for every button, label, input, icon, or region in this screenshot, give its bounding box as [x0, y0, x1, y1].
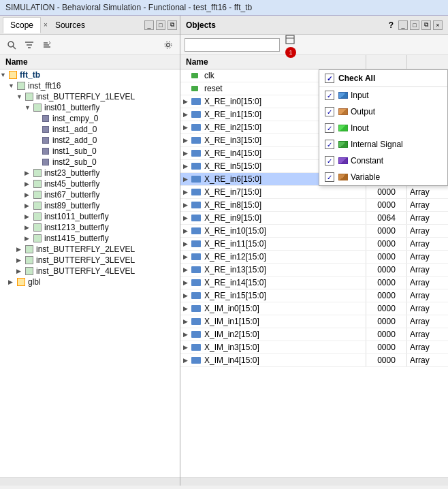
- entity-icon: [25, 92, 34, 101]
- internal-label: Internal Signal: [351, 140, 403, 149]
- bus-icon: [191, 110, 202, 119]
- entity-icon: [33, 223, 42, 232]
- checkbox-internal[interactable]: [325, 140, 334, 149]
- tab-sources[interactable]: Sources: [48, 17, 93, 33]
- leaf-icon: [41, 125, 50, 134]
- obj-row-xrein9[interactable]: ▶ X_RE_in9[15:0] 0064 Array: [180, 212, 448, 225]
- left-scrollbar-h[interactable]: [0, 477, 180, 486]
- bus-icon: [191, 149, 202, 157]
- col-header-name: Name: [180, 55, 366, 69]
- objects-toolbar: 1: [180, 35, 448, 55]
- objects-filter-button[interactable]: [283, 32, 298, 47]
- obj-row-ximin4[interactable]: ▶ X_IM_in4[15:0] 0000 Array: [180, 354, 448, 367]
- bus-icon: [191, 227, 202, 235]
- help-button[interactable]: ?: [389, 20, 394, 30]
- bus-icon: [191, 330, 202, 338]
- col-header-type: [407, 55, 448, 69]
- tree-item-butterfly3[interactable]: ▶ inst_BUTTERFLY_3LEVEL: [0, 255, 180, 266]
- entity-icon: [33, 179, 42, 189]
- obj-row-ximin1[interactable]: ▶ X_IM_in1[15:0] 0000 Array: [180, 315, 448, 328]
- tree-item-inst1213[interactable]: ▶ inst1213_butterfly: [0, 222, 180, 233]
- checkbox-variable[interactable]: [325, 172, 334, 182]
- tree-item-inst45[interactable]: ▶ inst45_butterfly: [0, 178, 180, 189]
- title-text: SIMULATION - Behavioral Simulation - Fun…: [5, 3, 252, 12]
- tree-item-add2[interactable]: inst2_add_0: [0, 135, 180, 146]
- tree-item-inst67[interactable]: ▶ inst67_butterfly: [0, 189, 180, 200]
- checkbox-constant[interactable]: [325, 156, 334, 165]
- left-panel: Scope × Sources _ □ ⧉: [0, 16, 180, 486]
- tree-item-sub2[interactable]: inst2_sub_0: [0, 157, 180, 168]
- checkbox-checkall[interactable]: [325, 74, 334, 83]
- dropdown-item-constant[interactable]: Constant: [319, 153, 447, 169]
- tab-scope[interactable]: Scope: [3, 17, 41, 33]
- svg-rect-10: [286, 35, 294, 44]
- variable-label: Variable: [351, 172, 380, 182]
- tree-item-inst89[interactable]: ▶ inst89_butterfly: [0, 200, 180, 211]
- tree-item-butterfly2[interactable]: ▶ inst_BUTTERFLY_2LEVEL: [0, 244, 180, 255]
- close-right[interactable]: ×: [433, 20, 443, 30]
- checkbox-input[interactable]: [325, 91, 334, 100]
- dropdown-item-inout[interactable]: Inout: [319, 120, 447, 136]
- expand-icon: [33, 137, 41, 144]
- svg-point-8: [167, 43, 170, 46]
- internal-type-icon: [338, 141, 348, 148]
- obj-row-xrein13[interactable]: ▶ X_RE_in13[15:0] 0000 Array: [180, 264, 448, 277]
- obj-row-ximin3[interactable]: ▶ X_IM_in3[15:0] 0000 Array: [180, 341, 448, 354]
- entity-icon: [25, 255, 34, 265]
- tree-item-sub1[interactable]: inst1_sub_0: [0, 146, 180, 157]
- bus-icon: [191, 317, 202, 326]
- tree-item-inst23[interactable]: ▶ inst23_butterfly: [0, 168, 180, 178]
- title-bar: SIMULATION - Behavioral Simulation - Fun…: [0, 0, 448, 16]
- gear-icon: [163, 40, 173, 50]
- bus-icon: [191, 97, 202, 106]
- dropdown-item-input[interactable]: Input: [319, 87, 447, 104]
- maximize-left[interactable]: ⧉: [167, 20, 177, 30]
- scope-tree[interactable]: ▼ fft_tb ▼ inst_fft16 ▼ inst_BUTTERFLY_1…: [0, 69, 180, 477]
- sort-button[interactable]: [39, 37, 54, 52]
- minimize-right[interactable]: _: [398, 20, 408, 30]
- maximize-right[interactable]: ⧉: [421, 20, 431, 30]
- tree-item-inst1011[interactable]: ▶ inst1011_butterfly: [0, 211, 180, 222]
- entity-icon: [25, 266, 34, 276]
- dropdown-item-internal[interactable]: Internal Signal: [319, 136, 447, 153]
- obj-row-xrein14[interactable]: ▶ X_RE_in14[15:0] 0000 Array: [180, 277, 448, 289]
- tree-item-inst1415[interactable]: ▶ inst1415_butterfly: [0, 233, 180, 244]
- tree-item-butterfly4[interactable]: ▶ inst_BUTTERFLY_4LEVEL: [0, 266, 180, 277]
- obj-row-ximin0[interactable]: ▶ X_IM_in0[15:0] 0000 Array: [180, 302, 448, 315]
- tree-item-glbl[interactable]: ▶ glbl: [0, 277, 180, 287]
- dropdown-item-variable[interactable]: Variable: [319, 169, 447, 185]
- obj-row-xrein8[interactable]: ▶ X_RE_in8[15:0] 0000 Array: [180, 199, 448, 212]
- right-scrollbar-h[interactable]: [180, 477, 448, 486]
- tree-item-butterfly1[interactable]: ▼ inst_BUTTERFLY_1LEVEL: [0, 91, 180, 102]
- obj-row-xrein7[interactable]: ▶ X_RE_in7[15:0] 0000 Array: [180, 186, 448, 199]
- search-button[interactable]: [4, 37, 19, 52]
- restore-right[interactable]: □: [410, 20, 419, 30]
- tab-bar: Scope × Sources _ □ ⧉: [0, 16, 180, 35]
- checkbox-inout[interactable]: [325, 123, 334, 133]
- tree-item-fft_tb[interactable]: ▼ fft_tb: [0, 69, 180, 80]
- settings-button[interactable]: [161, 37, 176, 52]
- obj-row-xrein15[interactable]: ▶ X_RE_in15[15:0] 0000 Array: [180, 289, 448, 302]
- tree-item-add1[interactable]: inst1_add_0: [0, 124, 180, 135]
- obj-row-xrein12[interactable]: ▶ X_RE_in12[15:0] 0000 Array: [180, 251, 448, 264]
- obj-row-ximin2[interactable]: ▶ X_IM_in2[15:0] 0000 Array: [180, 328, 448, 341]
- tree-item-inst01[interactable]: ▼ inst01_butterfly: [0, 102, 180, 113]
- constant-type-icon: [338, 157, 348, 164]
- minimize-left[interactable]: _: [144, 20, 154, 30]
- dropdown-item-output[interactable]: Output: [319, 104, 447, 120]
- obj-row-xrein10[interactable]: ▶ X_RE_in10[15:0] 0000 Array: [180, 225, 448, 238]
- dropdown-item-checkall[interactable]: Check All: [319, 70, 447, 87]
- tree-item-cmpy0[interactable]: inst_cmpy_0: [0, 113, 180, 124]
- expand-icon: ▶: [25, 170, 33, 176]
- expand-icon: ▶: [16, 257, 25, 264]
- objects-list[interactable]: clk reset ▶: [180, 69, 448, 477]
- obj-row-xrein11[interactable]: ▶ X_RE_in11[15:0] 0000 Array: [180, 238, 448, 251]
- filter-button[interactable]: [22, 37, 37, 52]
- objects-search-input[interactable]: [185, 38, 280, 52]
- checkbox-output[interactable]: [325, 107, 334, 116]
- tree-item-inst_fft16[interactable]: ▼ inst_fft16: [0, 80, 180, 91]
- leaf-icon: [41, 157, 50, 167]
- input-label: Input: [351, 91, 369, 100]
- expand-icon: ▶: [25, 235, 33, 242]
- restore-left[interactable]: □: [156, 20, 165, 30]
